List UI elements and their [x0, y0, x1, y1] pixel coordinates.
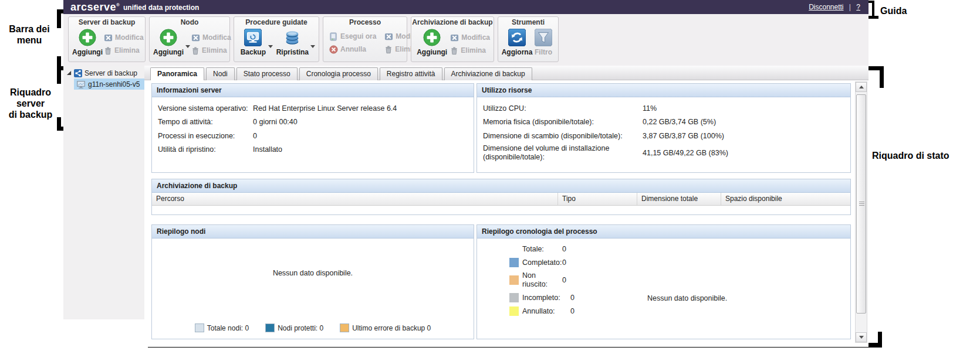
delete-server-label: Elimina — [114, 46, 140, 55]
chevron-down-icon[interactable] — [185, 45, 190, 48]
column-header-total-size[interactable]: Dimensione totale — [637, 193, 721, 205]
job-row-failed: Non riuscito: 0 — [509, 271, 850, 289]
uptime-label: Tempo di attività: — [158, 118, 253, 126]
status-pane: Informazioni server Versione sistema ope… — [144, 80, 869, 343]
total-swatch — [509, 244, 519, 254]
column-header-path[interactable]: Percorso — [152, 193, 558, 205]
ribbon-group-wizards: Procedure guidate — [234, 16, 319, 62]
status-pane-scrollbar[interactable] — [855, 81, 867, 343]
ribbon-group-node: Nodo Aggiungi Modifica — [149, 16, 230, 62]
job-history-empty-message: Nessun dato disponibile. — [647, 294, 727, 302]
menu-bar-ribbon: Server di backup Aggiungi Modifica — [63, 14, 869, 66]
tab-backup-storage[interactable]: Archiviazione di backup — [444, 67, 532, 80]
annotation-line-status-top-tick — [880, 66, 884, 88]
annotation-server-pane-line1: Riquadro server — [0, 87, 61, 109]
incomplete-swatch — [509, 293, 519, 302]
cpu-label: Utilizzo CPU: — [483, 104, 643, 113]
logout-link[interactable]: Disconnetti — [809, 3, 843, 11]
annotation-menu-bar: Barra dei menu — [4, 23, 55, 46]
help-link[interactable]: ? — [856, 3, 860, 11]
scrollbar-thumb[interactable] — [856, 94, 866, 314]
info-row-recovery: Utilità di ripristino: Installato — [158, 143, 474, 157]
tab-overview[interactable]: Panoramica — [150, 67, 204, 80]
titlebar-links: Disconnetti | ? — [809, 3, 860, 11]
tree-node-label: g11n-senhi05-v5 — [88, 80, 140, 88]
chevron-down-icon[interactable] — [268, 45, 273, 48]
node-summary-panel: Riepilogo nodi Nessun dato disponibile. … — [151, 224, 474, 339]
tab-job-status[interactable]: Stato processo — [236, 67, 298, 80]
refresh-button[interactable]: Aggiorna — [502, 29, 532, 56]
tab-activity-log[interactable]: Registro attività — [380, 67, 442, 80]
job-history-summary-title: Riepilogo cronologia del processo — [477, 225, 850, 239]
arcserve-logo: arcserve® — [70, 1, 120, 13]
tree-root-backup-servers[interactable]: Server di backup — [63, 67, 144, 79]
ribbon-group-title: Server di backup — [69, 17, 145, 26]
ribbon-group-backup-storage: Archiviazione di backup Aggiungi Modific… — [411, 16, 494, 62]
product-subtitle: unified data protection — [123, 4, 199, 12]
tab-job-history[interactable]: Cronologia processo — [299, 67, 378, 80]
add-storage-label: Aggiungi — [417, 48, 447, 56]
job-row-canceled: Annullato: 0 — [509, 306, 850, 316]
trash-icon — [384, 45, 393, 54]
resource-row-memory: Memoria fisica (disponibile/totale): 0,2… — [483, 115, 850, 130]
recovery-label: Utilità di ripristino: — [158, 145, 253, 154]
ribbon-group-backup-server: Server di backup Aggiungi Modifica — [68, 16, 146, 62]
scroll-up-button[interactable] — [856, 82, 867, 92]
edit-icon — [191, 33, 200, 42]
annotation-status-pane: Riquadro di stato — [872, 150, 966, 161]
legend-item-protected-nodes: Nodi protetti: 0 — [265, 323, 323, 332]
swap-label: Dimensione di scambio (disponibile/total… — [483, 132, 643, 140]
tree-node-server[interactable]: g11n-senhi05-v5 — [74, 79, 144, 90]
arrow-down-icon — [859, 336, 864, 339]
canceled-swatch — [509, 306, 519, 316]
annotation-line-tree-left-top — [57, 70, 61, 84]
delete-server-button: Elimina — [104, 44, 144, 57]
resource-row-cpu: Utilizzo CPU: 11% — [483, 101, 850, 115]
completed-swatch — [509, 258, 519, 267]
run-now-button: Esegui ora — [329, 30, 376, 43]
run-now-label: Esegui ora — [340, 32, 376, 40]
resource-usage-title: Utilizzo risorse — [477, 84, 850, 97]
resource-row-install-volume: Dimensione del volume di installazione (… — [483, 143, 850, 163]
edit-node-label: Modifica — [202, 33, 231, 42]
tree-expander-icon[interactable] — [66, 70, 72, 76]
job-row-total: Totale: 0 — [509, 244, 850, 254]
backup-monitor-icon — [244, 29, 262, 46]
trash-icon — [104, 46, 112, 55]
trademark-symbol: ® — [116, 2, 120, 8]
chevron-down-icon[interactable] — [310, 45, 315, 48]
annotation-server-pane: Riquadro server di backup — [0, 87, 61, 120]
add-storage-button[interactable]: Aggiungi — [415, 29, 449, 56]
info-row-uptime: Tempo di attività: 0 giorni 00:40 — [158, 115, 474, 130]
add-server-button[interactable]: Aggiungi — [72, 29, 103, 56]
canceled-value: 0 — [570, 307, 575, 315]
edit-server-label: Modifica — [115, 33, 144, 42]
ribbon-group-tools: Strumenti — [498, 16, 559, 62]
resource-usage-panel: Utilizzo risorse Utilizzo CPU: 11% Memor… — [477, 83, 851, 173]
restore-wizard-button[interactable]: Ripristina — [276, 29, 309, 56]
filter-label: Filtro — [535, 48, 552, 56]
total-nodes-label: Totale nodi: 0 — [207, 324, 249, 332]
refresh-icon — [508, 29, 526, 46]
status-pane-tabstrip: Panoramica Nodi Stato processo Cronologi… — [144, 66, 869, 80]
total-value: 0 — [562, 245, 566, 253]
edit-server-button: Modifica — [104, 31, 144, 44]
cancel-job-button: Annulla — [329, 43, 376, 56]
backup-storage-title: Archiviazione di backup — [152, 179, 850, 193]
backup-wizard-button[interactable]: Backup — [240, 29, 266, 56]
add-node-button[interactable]: Aggiungi — [153, 29, 184, 56]
cancel-icon — [329, 45, 338, 54]
backup-storage-table-header: Percorso Tipo Dimensione totale Spazio d… — [152, 193, 850, 206]
scroll-down-button[interactable] — [856, 332, 867, 342]
edit-node-button: Modifica — [191, 31, 231, 44]
ribbon-group-title: Nodo — [150, 17, 229, 26]
cancel-job-label: Annulla — [340, 45, 366, 53]
run-now-icon — [329, 32, 338, 41]
screenshot-root: Barra dei menu Riquadro server di backup… — [0, 0, 980, 361]
backup-storage-panel: Archiviazione di backup Percorso Tipo Di… — [151, 179, 851, 215]
tree-root-label: Server di backup — [85, 69, 137, 77]
tab-nodes[interactable]: Nodi — [206, 67, 235, 80]
column-header-free-space[interactable]: Spazio disponibile — [721, 193, 850, 205]
column-header-type[interactable]: Tipo — [558, 193, 637, 205]
ribbon-group-title: Archiviazione di backup — [411, 17, 494, 26]
